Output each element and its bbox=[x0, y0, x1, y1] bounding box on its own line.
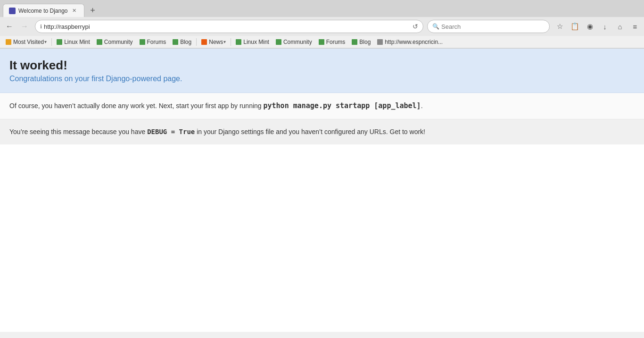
bookmark-most-visited[interactable]: Most Visited ▾ bbox=[3, 37, 50, 47]
django-header: It worked! Congratulations on your first… bbox=[0, 49, 644, 93]
django-subtitle: Congratulations on your first Django-pow… bbox=[9, 75, 635, 83]
search-bar[interactable]: 🔍 bbox=[427, 20, 550, 33]
forums-favicon-2 bbox=[319, 39, 324, 45]
linux-mint-label-2: Linux Mint bbox=[243, 39, 269, 45]
bookmark-separator-3 bbox=[231, 38, 231, 46]
django-paragraph-1: Of course, you haven’t actually done any… bbox=[0, 93, 644, 119]
bookmark-community-2[interactable]: Community bbox=[273, 37, 315, 47]
blog-favicon-1 bbox=[173, 39, 178, 45]
community-label-2: Community bbox=[283, 39, 312, 45]
forums-label-2: Forums bbox=[326, 39, 346, 45]
bookmark-separator-2 bbox=[196, 38, 197, 46]
bookmark-separator-1 bbox=[51, 38, 52, 46]
most-visited-label: Most Visited bbox=[13, 39, 44, 45]
lock-icon: ℹ bbox=[40, 24, 42, 30]
bookmark-forums-1[interactable]: Forums bbox=[137, 37, 169, 47]
espn-favicon bbox=[377, 39, 383, 45]
django-paragraph-2: You’re seeing this message because you h… bbox=[0, 119, 644, 144]
news-dropdown-icon: ▾ bbox=[223, 39, 226, 44]
search-icon: 🔍 bbox=[432, 23, 439, 30]
tab-favicon bbox=[9, 8, 16, 14]
home-button[interactable]: ⌂ bbox=[614, 20, 626, 33]
reading-list-button[interactable]: 📋 bbox=[569, 20, 581, 33]
forums-favicon-1 bbox=[140, 39, 145, 45]
espn-label: http://www.espncricin... bbox=[385, 39, 443, 45]
django-body: Of course, you haven’t actually done any… bbox=[0, 93, 644, 144]
bookmark-star-button[interactable]: ☆ bbox=[553, 20, 566, 33]
paragraph2-code: DEBUG = True bbox=[147, 128, 195, 135]
community-favicon-1 bbox=[97, 39, 102, 45]
url-input[interactable] bbox=[44, 23, 411, 30]
community-favicon-2 bbox=[276, 39, 281, 45]
linux-mint-favicon-2 bbox=[236, 39, 241, 45]
bookmark-linux-mint-2[interactable]: Linux Mint bbox=[233, 37, 272, 47]
bookmark-espn[interactable]: http://www.espncricin... bbox=[374, 37, 446, 47]
paragraph2-pre: You’re seeing this message because you h… bbox=[9, 128, 145, 135]
paragraph1-pre: Of course, you haven’t actually done any… bbox=[9, 102, 262, 110]
bookmark-forums-2[interactable]: Forums bbox=[316, 37, 348, 47]
linux-mint-label-1: Linux Mint bbox=[64, 39, 90, 45]
news-favicon bbox=[201, 39, 207, 45]
bookmark-blog-2[interactable]: Blog bbox=[349, 37, 373, 47]
new-tab-button[interactable]: + bbox=[86, 4, 99, 17]
forward-button[interactable]: → bbox=[18, 20, 31, 33]
tab-bar: Welcome to Django ✕ + bbox=[0, 0, 644, 17]
bookmarks-bar: Most Visited ▾ Linux Mint Community Foru… bbox=[0, 36, 644, 48]
nav-bar: ← → ℹ ↺ 🔍 ☆ 📋 ◉ ↓ ⌂ ≡ bbox=[0, 17, 644, 36]
bookmark-linux-mint-1[interactable]: Linux Mint bbox=[54, 37, 93, 47]
django-title: It worked! bbox=[9, 58, 635, 73]
browser-chrome: Welcome to Django ✕ + ← → ℹ ↺ 🔍 ☆ 📋 ◉ ↓ … bbox=[0, 0, 644, 49]
search-input[interactable] bbox=[441, 23, 545, 30]
bookmark-blog-1[interactable]: Blog bbox=[170, 37, 194, 47]
most-visited-dropdown-icon: ▾ bbox=[44, 39, 47, 44]
community-label-1: Community bbox=[104, 39, 133, 45]
blog-favicon-2 bbox=[352, 39, 357, 45]
paragraph2-post: in your Django settings file and you hav… bbox=[197, 128, 425, 135]
tab-title: Welcome to Django bbox=[18, 8, 68, 14]
most-visited-favicon bbox=[6, 39, 11, 45]
linux-mint-favicon-1 bbox=[57, 39, 62, 45]
back-button[interactable]: ← bbox=[3, 20, 16, 33]
paragraph1-code: python manage.py startapp [app_label] bbox=[264, 101, 421, 110]
menu-button[interactable]: ≡ bbox=[629, 20, 641, 33]
blog-label-1: Blog bbox=[180, 39, 191, 45]
news-label: News bbox=[209, 39, 223, 45]
refresh-button[interactable]: ↺ bbox=[413, 23, 418, 30]
paragraph1-post: . bbox=[421, 102, 423, 110]
bookmark-news[interactable]: News ▾ bbox=[198, 37, 229, 47]
toolbar-icons: ☆ 📋 ◉ ↓ ⌂ ≡ bbox=[553, 20, 641, 33]
page-content: It worked! Congratulations on your first… bbox=[0, 49, 644, 332]
pocket-button[interactable]: ◉ bbox=[584, 20, 596, 33]
active-tab[interactable]: Welcome to Django ✕ bbox=[3, 4, 84, 17]
tab-close-button[interactable]: ✕ bbox=[71, 7, 78, 15]
forums-label-1: Forums bbox=[147, 39, 166, 45]
download-button[interactable]: ↓ bbox=[599, 20, 611, 33]
bookmark-community-1[interactable]: Community bbox=[94, 37, 136, 47]
blog-label-2: Blog bbox=[359, 39, 371, 45]
address-bar[interactable]: ℹ ↺ bbox=[35, 20, 423, 33]
